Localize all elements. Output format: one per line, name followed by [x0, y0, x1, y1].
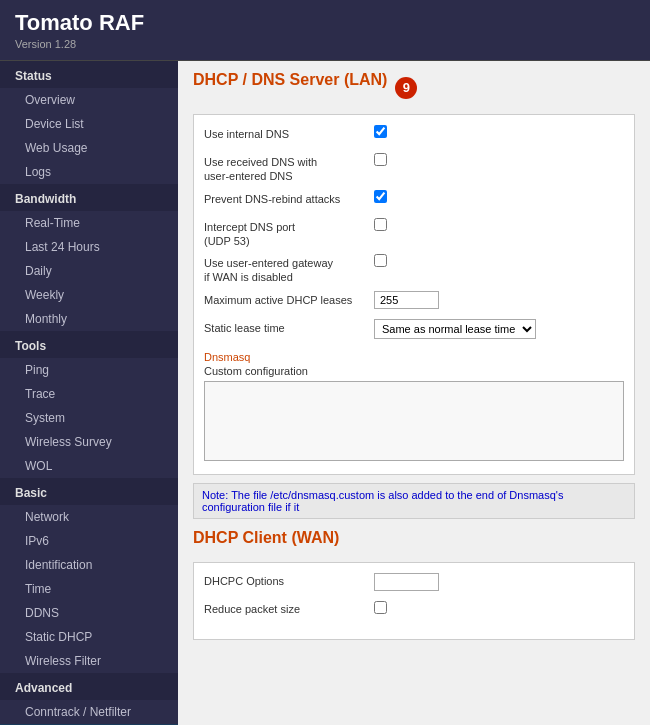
- control-user-gateway: [374, 254, 387, 267]
- control-static-lease: Same as normal lease time Custom: [374, 319, 536, 339]
- sidebar: Status Overview Device List Web Usage Lo…: [0, 61, 178, 725]
- checkbox-user-gateway[interactable]: [374, 254, 387, 267]
- dhcp-dns-form: Use internal DNS Use received DNS withus…: [193, 114, 635, 475]
- note-content: Note: The file /etc/dnsmasq.custom is al…: [202, 489, 563, 513]
- row-user-gateway: Use user-entered gatewayif WAN is disabl…: [204, 254, 624, 285]
- select-static-lease[interactable]: Same as normal lease time Custom: [374, 319, 536, 339]
- sidebar-item-wol[interactable]: WOL: [0, 454, 178, 478]
- label-prevent-rebind: Prevent DNS-rebind attacks: [204, 190, 374, 206]
- sidebar-item-conntrack[interactable]: Conntrack / Netfilter: [0, 700, 178, 724]
- row-reduce-packet: Reduce packet size: [204, 601, 624, 623]
- sidebar-section-advanced: Advanced: [0, 673, 178, 700]
- sidebar-item-weekly[interactable]: Weekly: [0, 283, 178, 307]
- row-internal-dns: Use internal DNS: [204, 125, 624, 147]
- sidebar-item-logs[interactable]: Logs: [0, 160, 178, 184]
- sidebar-item-wireless-filter[interactable]: Wireless Filter: [0, 649, 178, 673]
- dhcp-wan-form: DHCPC Options Reduce packet size: [193, 562, 635, 640]
- label-user-gateway: Use user-entered gatewayif WAN is disabl…: [204, 254, 374, 285]
- row-prevent-rebind: Prevent DNS-rebind attacks: [204, 190, 624, 212]
- sidebar-item-realtime[interactable]: Real-Time: [0, 211, 178, 235]
- main-layout: Status Overview Device List Web Usage Lo…: [0, 61, 650, 725]
- control-prevent-rebind: [374, 190, 387, 203]
- sidebar-item-daily[interactable]: Daily: [0, 259, 178, 283]
- checkbox-intercept-dns[interactable]: [374, 218, 387, 231]
- dnsmasq-section: Dnsmasq Custom configuration: [204, 351, 624, 464]
- sidebar-section-basic: Basic: [0, 478, 178, 505]
- control-received-dns: [374, 153, 387, 166]
- input-dhcpc-options[interactable]: [374, 573, 439, 591]
- input-max-leases[interactable]: [374, 291, 439, 309]
- dnsmasq-sublabel: Custom configuration: [204, 365, 624, 377]
- sidebar-item-static-dhcp[interactable]: Static DHCP: [0, 625, 178, 649]
- sidebar-item-ping[interactable]: Ping: [0, 358, 178, 382]
- dnsmasq-note: Note: The file /etc/dnsmasq.custom is al…: [193, 483, 635, 519]
- dhcp-dns-badge: 9: [395, 77, 417, 99]
- label-intercept-dns: Intercept DNS port(UDP 53): [204, 218, 374, 249]
- checkbox-internal-dns[interactable]: [374, 125, 387, 138]
- app-version: Version 1.28: [15, 38, 635, 50]
- dhcp-dns-header: DHCP / DNS Server (LAN) 9: [193, 71, 635, 104]
- sidebar-item-ipv6[interactable]: IPv6: [0, 529, 178, 553]
- sidebar-item-ddns[interactable]: DDNS: [0, 601, 178, 625]
- checkbox-received-dns[interactable]: [374, 153, 387, 166]
- sidebar-section-tools: Tools: [0, 331, 178, 358]
- sidebar-item-device-list[interactable]: Device List: [0, 112, 178, 136]
- label-dhcpc-options: DHCPC Options: [204, 573, 374, 587]
- checkbox-reduce-packet[interactable]: [374, 601, 387, 614]
- sidebar-item-trace[interactable]: Trace: [0, 382, 178, 406]
- row-intercept-dns: Intercept DNS port(UDP 53): [204, 218, 624, 249]
- control-intercept-dns: [374, 218, 387, 231]
- label-static-lease: Static lease time: [204, 319, 374, 335]
- control-internal-dns: [374, 125, 387, 138]
- sidebar-item-network[interactable]: Network: [0, 505, 178, 529]
- sidebar-item-time[interactable]: Time: [0, 577, 178, 601]
- sidebar-item-identification[interactable]: Identification: [0, 553, 178, 577]
- label-reduce-packet: Reduce packet size: [204, 601, 374, 615]
- sidebar-item-overview[interactable]: Overview: [0, 88, 178, 112]
- content-area: DHCP / DNS Server (LAN) 9 Use internal D…: [178, 61, 650, 725]
- label-internal-dns: Use internal DNS: [204, 125, 374, 141]
- row-max-leases: Maximum active DHCP leases: [204, 291, 624, 313]
- sidebar-item-system[interactable]: System: [0, 406, 178, 430]
- row-received-dns: Use received DNS withuser-entered DNS: [204, 153, 624, 184]
- sidebar-section-bandwidth: Bandwidth: [0, 184, 178, 211]
- row-static-lease: Static lease time Same as normal lease t…: [204, 319, 624, 341]
- control-max-leases: [374, 291, 439, 309]
- sidebar-section-status: Status: [0, 61, 178, 88]
- control-dhcpc-options: [374, 573, 439, 591]
- dnsmasq-label: Dnsmasq: [204, 351, 624, 363]
- dhcp-wan-title: DHCP Client (WAN): [193, 529, 635, 552]
- sidebar-item-web-usage[interactable]: Web Usage: [0, 136, 178, 160]
- dnsmasq-textarea[interactable]: [204, 381, 624, 461]
- app-header: Tomato RAF Version 1.28: [0, 0, 650, 61]
- sidebar-item-wireless-survey[interactable]: Wireless Survey: [0, 430, 178, 454]
- sidebar-item-monthly[interactable]: Monthly: [0, 307, 178, 331]
- label-max-leases: Maximum active DHCP leases: [204, 291, 374, 307]
- checkbox-prevent-rebind[interactable]: [374, 190, 387, 203]
- row-dhcpc-options: DHCPC Options: [204, 573, 624, 595]
- label-received-dns: Use received DNS withuser-entered DNS: [204, 153, 374, 184]
- sidebar-item-last24[interactable]: Last 24 Hours: [0, 235, 178, 259]
- dhcp-dns-title: DHCP / DNS Server (LAN): [193, 71, 387, 94]
- control-reduce-packet: [374, 601, 387, 614]
- app-title: Tomato RAF: [15, 10, 635, 36]
